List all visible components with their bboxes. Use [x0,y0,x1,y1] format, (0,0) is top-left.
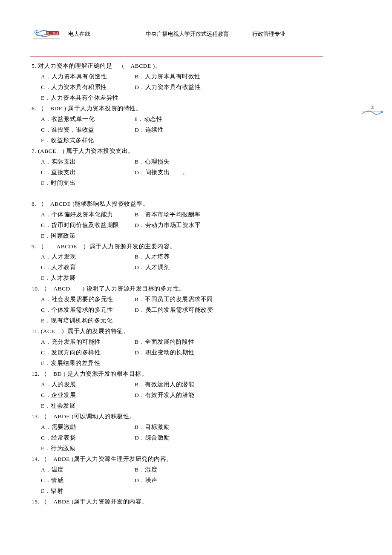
option: D．有效开发人的潜能 [135,390,195,401]
option: E．人才发展 [41,275,75,281]
option: E．人力资本具有个体差异性 [41,95,119,101]
option-row: E．收益形式多样化 [32,135,323,146]
option: A．人力资本具有创造性 [41,72,135,82]
option-row: C．人力资本具有积累性D．人力资本具有收益性 [32,82,323,93]
question-stem: 11. (ACE ）属于人的发展的特征。 [32,326,323,337]
option: A．社会发展需要的多元性 [41,294,135,305]
logo-icon: 电大在线 [32,29,61,39]
header-brand: 电大在线 [68,30,90,38]
option: B．目标激励 [135,422,170,433]
option-row: E．发展结果的差异性 [32,358,323,369]
option: D．综合激励 [135,433,170,443]
page-header: 电大在线 电大在线 中央广播电视大学开放式远程教育 行政管理专业 [30,29,362,39]
option: E．辐射 [41,488,63,494]
option-row: C．谁投资，谁收益D．连续性 [32,125,323,135]
option-row: C．经常表扬D．综合激励 [32,433,323,443]
option: B．心理损失 [135,157,170,167]
option: D．人才调剂 [135,262,170,273]
option: C．直接支出 [41,167,135,178]
option: D．职业变动的长期性 [135,348,195,358]
option-row: A．人的发展B．有效运用人的潜能 [32,380,323,390]
question-stem: 14. （ ABDE )属于人力资源生理开发研究的内容。 [32,454,323,465]
option: D．噪声 [135,475,158,486]
option-row: C．个体发展需求的多元性D．员工的发展需求可能改变 [32,305,323,316]
option-row: E．人才发展 [32,273,323,284]
option: D．员工的发展需求可能改变 [135,305,213,316]
option: E．现有培训机构的多元化 [41,317,112,324]
option-row: A．充分发展的可能性B．全面发展的阶段性 [32,337,323,348]
svg-text:电大在线: 电大在线 [46,32,58,35]
question-stem: 10. （ ABCD ) 说明了人力资源开发目标的多元性。 [32,284,323,294]
option-row: E．行为激励 [32,443,323,454]
option-row: C．人才教育D．人才调剂 [32,262,323,273]
header-right: 行政管理专业 [252,30,285,38]
header-divider [30,56,323,57]
option: E．国家政策 [41,233,75,239]
option: A．人才发现 [41,252,135,262]
option-row: E．辐射 [32,486,323,497]
option-row: E．人力资本具有个体差异性 [32,93,323,104]
option: C．谁投资，谁收益 [41,125,135,135]
option: B．资本市场平均报酬率 [135,210,201,220]
option: A．充分发展的可能性 [41,337,135,348]
question-stem: 7. (ABCE ) 属于人力资本投资支出。 [32,146,323,157]
option: 8．动态性 [135,114,162,125]
option: E．时间支出 [41,180,75,186]
option-row: A．收益形式单一化8．动态性 [32,114,323,125]
option: B．湿度 [135,465,157,475]
option: A．人的发展 [41,380,135,390]
question-stem: 15. （ ABDE )属于人力资源开发的内容。 [32,497,323,507]
option: C．经常表扬 [41,433,135,443]
option: D．间接支出 。 [135,167,188,178]
option-row: C．发展方向的多样性D．职业变动的长期性 [32,348,323,358]
option: C．企业发展 [41,390,135,401]
option-row: C．直接支出D．间接支出 。 [32,167,323,178]
question-stem: 13. （ ABDE )可以调动人的积极性。 [32,411,323,422]
option-row: A．个体偏好及资本化能力B．资本市场平均报酬率 [32,210,323,220]
option: C．人才教育 [41,262,135,273]
option: B．人才培养 [135,252,170,262]
option-row: C．情感D．噪声 [32,475,323,486]
page-number: 3 [360,104,384,111]
option-row: C．货币时间价值及收益期限D．劳动力市场工资水平 [32,220,323,231]
option-row: E．社会发展 [32,401,323,411]
option: B．人力资本具有时效性 [135,72,201,82]
question-stem: 5. 对人力资本的理解正确的是 （ ABCDE )。 [32,61,323,72]
option: C．发展方向的多样性 [41,348,135,358]
option: E．行为激励 [41,445,75,451]
option: C．情感 [41,475,135,486]
option-row: A．温度B．湿度 [32,465,323,475]
option: A．温度 [41,465,135,475]
document-content: 5. 对人力资本的理解正确的是 （ ABCDE )。A．人力资本具有创造性B．人… [30,61,323,507]
option: B．有效运用人的潜能 [135,380,194,390]
option: E．发展结果的差异性 [41,360,100,366]
option-row: E．现有培训机构的多元化 [32,316,323,326]
option: B．全面发展的阶段性 [135,337,194,348]
question-stem: 9. （ ABCDE ）属于人力资源开发的主要内容。 [32,242,323,252]
page-number-badge: 3 [360,104,384,123]
question-stem: 12. （ BD ) 是人力资源开发的根本目标。 [32,369,323,380]
option-row: E．国家政策 [32,231,323,242]
option: C．个体发展需求的多元性 [41,305,135,316]
page-container: 电大在线 电大在线 中央广播电视大学开放式远程教育 行政管理专业 5. 对人力资… [30,0,362,507]
option: B．不同员工的发展需求不同 [135,294,213,305]
option-row: A．实际支出B．心理损失 [32,157,323,167]
blank-line [32,189,323,199]
option: C．货币时间价值及收益期限 [41,220,135,231]
option-row: A．人力资本具有创造性B．人力资本具有时效性 [32,72,323,82]
option-row: C．企业发展D．有效开发人的潜能 [32,390,323,401]
option: A．收益形式单一化 [41,114,135,125]
header-center: 中央广播电视大学开放式远程教育 [146,30,229,38]
option: A．个体偏好及资本化能力 [41,210,135,220]
question-stem: 6. （ BDE ) 属于人力资本投资的特性。 [32,104,323,114]
option-row: A．人才发现B．人才培养 [32,252,323,262]
option-row: E．时间支出 [32,178,323,189]
option: C．人力资本具有积累性 [41,82,135,93]
option: E．社会发展 [41,403,75,409]
svg-point-6 [380,111,383,113]
option: A．需要激励 [41,422,135,433]
option-row: A．需要激励B．目标激励 [32,422,323,433]
option: D．人力资本具有收益性 [135,82,201,93]
question-stem: 8. （ ABCDE )能够影响私人投资收益率。 [32,199,323,210]
svg-point-2 [36,32,37,33]
